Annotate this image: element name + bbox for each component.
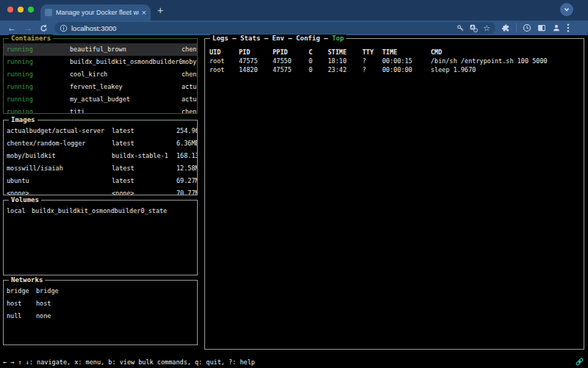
col-pid: PID [239, 48, 273, 57]
network-row[interactable]: host host [4, 297, 197, 310]
tab-title: Manage your Docker fleet wi [56, 9, 139, 16]
image-row[interactable]: moby/buildkit buildx-stable-1 168.13MB [4, 150, 197, 162]
image-size: 12.58MB [176, 162, 197, 175]
tab-env[interactable]: Env [272, 35, 284, 42]
proc-ppid: 47550 [273, 57, 309, 65]
tab-top[interactable]: Top [332, 35, 344, 42]
image-row[interactable]: ubuntu latest 69.27MB [4, 175, 197, 187]
tab-search-button[interactable] [560, 3, 573, 16]
containers-panel: Containers running beautiful_brown chent… [3, 38, 198, 114]
tab-logs[interactable]: Logs [212, 35, 229, 42]
bookmark-star-icon[interactable]: ☆ [483, 24, 490, 32]
process-row: root 47575 47550 0 18:10 ? 00:00:15 /bin… [209, 57, 584, 65]
three-dot-menu-icon [567, 24, 570, 32]
container-state: running [7, 43, 70, 56]
back-button[interactable]: ← [7, 24, 16, 32]
proc-pid: 14820 [239, 65, 273, 74]
col-ppid: PPID [273, 48, 309, 57]
puzzle-icon [501, 24, 510, 32]
image-tag: buildx-stable-1 [112, 150, 176, 162]
container-state: running [7, 93, 70, 106]
tab-config[interactable]: Config [296, 35, 320, 42]
proc-tty: ? [362, 65, 382, 74]
image-size: 70.77MB [176, 187, 197, 195]
container-row[interactable]: running my_actual_budget actualbudget/ac… [4, 93, 197, 106]
image-name: ubuntu [7, 175, 112, 187]
image-row[interactable]: mosswill/isaiah latest 12.58MB [4, 162, 197, 175]
process-table: UID PID PPID C STIME TTY TIME CMD root 4… [205, 48, 584, 349]
container-row[interactable]: running fervent_leakey actualbudget/actu… [4, 81, 197, 93]
volume-name: buildx_buildkit_osmondbuilder0_state [32, 205, 197, 217]
proc-time: 00:00:00 [382, 65, 431, 74]
container-image: actualbudget/actual-server [182, 81, 197, 93]
container-row[interactable]: running titi chentex/random-logger [4, 106, 197, 113]
volume-row[interactable]: local buildx_buildkit_osmondbuilder0_sta… [4, 205, 197, 217]
link-chain-icon [575, 357, 584, 367]
project-link[interactable] [575, 357, 584, 367]
toolbar-divider [516, 24, 517, 32]
address-bar[interactable]: localhost:3000 A ☆ [54, 22, 495, 34]
new-tab-button[interactable]: + [157, 4, 163, 16]
translate-button[interactable]: A [470, 24, 478, 32]
url-text[interactable]: localhost:3000 [71, 24, 116, 32]
images-list: actualbudget/actual-server latest 254.96… [4, 120, 197, 195]
container-state: running [7, 106, 70, 113]
proc-tty: ? [362, 57, 382, 65]
maximize-window-button[interactable] [28, 7, 34, 12]
extensions-button[interactable] [501, 24, 510, 32]
side-panel-button[interactable] [537, 24, 546, 32]
container-row[interactable]: running beautiful_brown chentex/random-l… [4, 43, 197, 56]
forward-button[interactable]: → [24, 24, 32, 32]
inspector-tabs: Logs — Stats — Env — Config — Top [210, 35, 346, 42]
process-row: root 14820 47575 0 23:42 ? 00:00:00 slee… [209, 65, 584, 74]
image-name: actualbudget/actual-server [7, 125, 112, 137]
network-row[interactable]: bridge bridge [4, 285, 197, 297]
password-manager-button[interactable] [456, 24, 465, 32]
container-name: buildx_buildkit_osmondbuilder0 [70, 56, 182, 68]
image-row[interactable]: chentex/random-logger latest 6.36MB [4, 137, 197, 150]
proc-time: 00:00:15 [382, 57, 431, 65]
volumes-list: local buildx_buildkit_osmondbuilder0_sta… [4, 201, 197, 275]
window-controls [7, 7, 34, 12]
tab-favicon-icon [45, 9, 52, 16]
status-bar: ← → ↑ ↓: navigate, x: menu, b: view bulk… [3, 358, 255, 366]
translate-icon: A [470, 24, 478, 32]
inspector-panel: Logs — Stats — Env — Config — Top UID PI… [204, 38, 584, 350]
image-size: 6.36MB [176, 137, 197, 150]
container-state: running [7, 56, 70, 68]
browser-tab[interactable]: Manage your Docker fleet wi × [40, 4, 151, 21]
network-row[interactable]: null none [4, 310, 197, 322]
container-name: titi [70, 106, 182, 113]
image-name: <none> [7, 187, 112, 195]
container-name: fervent_leakey [70, 81, 182, 93]
volumes-panel: Volumes local buildx_buildkit_osmondbuil… [3, 200, 198, 275]
proc-ppid: 47575 [273, 65, 309, 74]
network-name: null [7, 310, 36, 322]
tab-stats[interactable]: Stats [240, 35, 260, 42]
reload-icon [40, 24, 48, 32]
image-tag: latest [112, 137, 176, 150]
proc-pid: 47575 [239, 57, 273, 65]
close-window-button[interactable] [7, 7, 13, 12]
sidebar-icon [537, 24, 546, 32]
container-row[interactable]: running cool_kirch chentex/random-logger [4, 68, 197, 81]
container-name: cool_kirch [70, 68, 182, 81]
container-name: my_actual_budget [70, 93, 182, 106]
clock-extension-icon [523, 24, 531, 32]
profile-button[interactable] [552, 24, 561, 32]
image-size: 69.27MB [176, 175, 197, 187]
image-row[interactable]: actualbudget/actual-server latest 254.96… [4, 125, 197, 137]
extension-shortcut-button[interactable] [523, 24, 531, 32]
container-state: running [7, 68, 70, 81]
site-info-icon[interactable] [60, 24, 68, 32]
proc-uid: root [209, 65, 239, 74]
reload-button[interactable] [40, 24, 48, 32]
proc-stime: 23:42 [328, 65, 362, 74]
tab-close-icon[interactable]: × [142, 9, 146, 17]
container-row[interactable]: running buildx_buildkit_osmondbuilder0 m… [4, 56, 197, 68]
image-row[interactable]: <none> <none> 70.77MB [4, 187, 197, 195]
minimize-window-button[interactable] [18, 7, 24, 12]
proc-stime: 18:10 [328, 57, 362, 65]
container-state: running [7, 81, 70, 93]
browser-menu-button[interactable] [567, 24, 570, 32]
